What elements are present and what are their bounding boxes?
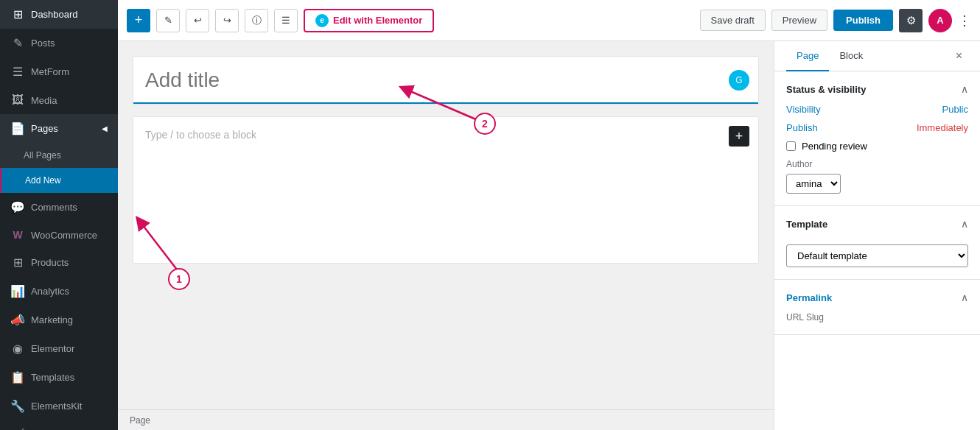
sidebar-item-woocommerce[interactable]: W WooCommerce [0, 222, 118, 248]
template-section-header: Template ∧ [786, 218, 968, 230]
edit-tool-button[interactable]: ✎ [156, 9, 180, 32]
block-editor-area[interactable]: Type / to choose a block + [133, 116, 759, 264]
sidebar-item-label: Analytics [31, 286, 69, 297]
publish-row: Publish Immediately [786, 122, 968, 133]
sidebar-item-posts[interactable]: ✎ Posts [0, 29, 118, 57]
elementskit-icon: 🔧 [10, 399, 25, 413]
bottom-bar-label: Page [130, 415, 150, 426]
sidebar-item-templates[interactable]: 📋 Templates [0, 363, 118, 392]
tab-page[interactable]: Page [786, 41, 829, 71]
template-select[interactable]: Default template Full Width Elementor Ca… [786, 244, 968, 267]
template-section: Template ∧ Default template Full Width E… [774, 206, 980, 280]
woocommerce-icon: W [10, 229, 25, 241]
info-icon: ⓘ [252, 14, 262, 27]
elementor-button-label: Edit with Elementor [333, 15, 422, 26]
sidebar-item-label: Media [31, 95, 57, 106]
gutenberg-icon: G [729, 70, 749, 91]
status-section-header: Status & visibility ∧ [786, 83, 968, 95]
sidebar-item-label: Templates [31, 372, 74, 383]
permalink-section-toggle[interactable]: ∧ [961, 292, 968, 303]
add-block-toolbar-button[interactable]: + [127, 9, 150, 32]
add-block-icon: + [735, 129, 743, 144]
undo-icon: ↩ [194, 15, 202, 26]
publish-button[interactable]: Publish [833, 10, 893, 31]
sidebar-item-add-new[interactable]: Add New [0, 168, 118, 193]
avatar-label: A [937, 15, 943, 26]
info-button[interactable]: ⓘ [245, 9, 268, 32]
redo-button[interactable]: ↪ [215, 9, 239, 32]
more-options-button[interactable]: ⋮ [958, 13, 971, 29]
template-section-title: Template [786, 219, 827, 230]
sidebar-item-elementskit[interactable]: 🔧 ElementsKit [0, 392, 118, 420]
preview-button[interactable]: Preview [771, 10, 827, 31]
sidebar-item-marketing[interactable]: 📣 Marketing [0, 306, 118, 334]
tab-block[interactable]: Block [829, 41, 873, 71]
settings-icon: ⚙ [906, 14, 916, 27]
template-section-toggle[interactable]: ∧ [961, 218, 968, 230]
sidebar-item-analytics[interactable]: 📊 Analytics [0, 277, 118, 306]
pages-submenu: All Pages Add New [0, 143, 118, 193]
author-select[interactable]: amina [786, 174, 841, 194]
save-draft-button[interactable]: Save draft [700, 10, 766, 31]
sidebar-item-dashboard[interactable]: ⊞ Dashboard [0, 0, 118, 29]
sidebar-item-metform[interactable]: ☰ MetForm [0, 57, 118, 86]
toolbar: + ✎ ↩ ↪ ⓘ ☰ e Edit with Elementor Save d… [118, 0, 980, 41]
pages-arrow-icon: ◀ [102, 124, 108, 133]
sidebar-item-label: Pages [31, 123, 58, 134]
sidebar-item-label: ElementsKit [31, 401, 82, 412]
sidebar-item-pages[interactable]: 📄 Pages ◀ [0, 114, 118, 143]
sidebar-item-media[interactable]: 🖼 Media [0, 86, 118, 114]
analytics-icon: 📊 [10, 284, 25, 298]
annotation-circle-2: 2 [474, 113, 496, 135]
publish-value[interactable]: Immediately [917, 122, 968, 133]
sidebar-item-all-pages[interactable]: All Pages [0, 143, 118, 168]
status-section-toggle[interactable]: ∧ [961, 83, 968, 95]
metform-icon: ☰ [10, 65, 25, 79]
sidebar-item-label: Comments [31, 202, 77, 213]
sidebar-item-products[interactable]: ⊞ Products [0, 248, 118, 277]
dashboard-icon: ⊞ [10, 7, 25, 21]
add-block-button[interactable]: + [729, 126, 749, 147]
avatar-button[interactable]: A [928, 9, 952, 32]
panel-close-button[interactable]: × [950, 43, 968, 68]
settings-button[interactable]: ⚙ [899, 9, 923, 32]
marketing-icon: 📣 [10, 313, 25, 327]
sidebar-item-label: Marketing [31, 314, 73, 325]
list-button[interactable]: ☰ [274, 9, 298, 32]
publish-label: Publish [786, 122, 818, 133]
posts-icon: ✎ [10, 36, 25, 50]
sidebar-item-label: Posts [31, 38, 55, 49]
title-area: G [133, 56, 759, 105]
media-icon: 🖼 [10, 94, 25, 107]
visibility-label: Visibility [786, 104, 821, 115]
bottom-bar: Page [118, 409, 774, 430]
edit-icon: ✎ [164, 15, 172, 26]
all-pages-label: All Pages [24, 150, 61, 161]
pending-review-checkbox[interactable] [786, 141, 796, 151]
list-icon: ☰ [281, 15, 290, 26]
sidebar-item-comments[interactable]: 💬 Comments [0, 193, 118, 222]
status-visibility-section: Status & visibility ∧ Visibility Public … [774, 71, 980, 206]
sidebar-item-shopengine[interactable]: 🛒 ShopEngine [0, 420, 118, 430]
author-label: Author [786, 159, 968, 169]
pending-review-row: Pending review [786, 141, 968, 152]
editor-canvas: 1 2 G Type / to choose a block + [118, 41, 774, 430]
sidebar-item-label: Products [31, 257, 69, 268]
main-area: + ✎ ↩ ↪ ⓘ ☰ e Edit with Elementor Save d… [118, 0, 980, 430]
close-icon: × [956, 49, 962, 62]
annotation-circle-1: 1 [168, 268, 190, 290]
visibility-value[interactable]: Public [942, 104, 968, 115]
visibility-row: Visibility Public [786, 104, 968, 115]
permalink-section-header: Permalink ∧ [786, 292, 968, 303]
author-section: Author amina [786, 159, 968, 194]
sidebar-item-label: MetForm [31, 66, 69, 77]
sidebar-item-elementor[interactable]: ◉ Elementor [0, 334, 118, 363]
undo-button[interactable]: ↩ [186, 9, 209, 32]
edit-with-elementor-button[interactable]: e Edit with Elementor [304, 9, 434, 32]
permalink-section: Permalink ∧ URL Slug [774, 280, 980, 335]
sidebar: ⊞ Dashboard ✎ Posts ☰ MetForm 🖼 Media 📄 … [0, 0, 118, 430]
products-icon: ⊞ [10, 255, 25, 269]
comments-icon: 💬 [10, 200, 25, 214]
elementor-button-icon: e [315, 14, 329, 27]
page-title-input[interactable] [133, 57, 758, 104]
